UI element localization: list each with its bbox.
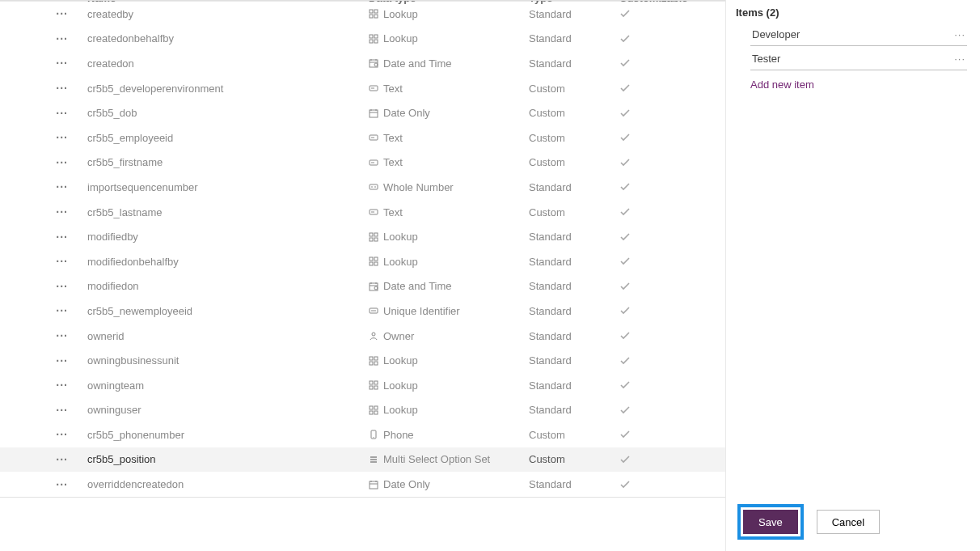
field-datatype: Owner (369, 330, 529, 342)
row-actions-menu[interactable]: ··· (56, 256, 68, 267)
field-type: Standard (529, 330, 619, 342)
field-row[interactable]: ···cr5b5_employeeidTextCustom (0, 125, 725, 150)
field-name: modifiedon (87, 280, 369, 292)
column-header-name[interactable]: Name (87, 0, 369, 4)
field-row[interactable]: ···cr5b5_dobDate OnlyCustom (0, 100, 725, 125)
row-actions-menu[interactable]: ··· (56, 157, 68, 168)
field-row[interactable]: ···createdonbehalfbyLookupStandard (0, 27, 725, 52)
field-row[interactable]: ···cr5b5_lastnameTextCustom (0, 200, 725, 225)
datetime-icon (369, 58, 378, 68)
lookup-icon (369, 380, 378, 390)
text-icon (369, 83, 378, 93)
column-header-customizable[interactable]: Customizable (619, 0, 708, 4)
field-customizable (619, 57, 708, 69)
field-row[interactable]: ···owningbusinessunitLookupStandard (0, 348, 725, 373)
cancel-button[interactable]: Cancel (817, 510, 880, 534)
field-customizable (619, 281, 708, 292)
lookup-icon (369, 356, 378, 366)
svg-rect-28 (370, 357, 373, 360)
multiselect-icon (369, 455, 378, 464)
row-actions-menu[interactable]: ··· (56, 206, 68, 218)
row-actions-menu[interactable]: ··· (56, 429, 68, 440)
check-icon (619, 206, 631, 218)
svg-rect-17 (374, 233, 378, 236)
field-row[interactable]: ···owninguserLookupStandard (0, 398, 725, 423)
field-datatype: Text (369, 156, 529, 168)
field-name: ownerid (87, 330, 369, 342)
row-actions-menu[interactable]: ··· (56, 181, 68, 193)
field-row[interactable]: ···cr5b5_phonenumberPhoneCustom (0, 422, 725, 447)
field-row[interactable]: ···cr5b5_positionMulti Select Option Set… (0, 447, 725, 473)
field-customizable (619, 206, 708, 218)
svg-rect-21 (374, 257, 378, 261)
svg-rect-16 (370, 233, 373, 236)
check-icon (619, 405, 631, 416)
svg-rect-5 (374, 35, 378, 38)
field-type: Standard (529, 478, 619, 490)
field-row[interactable]: ···owningteamLookupStandard (0, 373, 725, 398)
field-row[interactable]: ···modifiedbyLookupStandard (0, 224, 725, 249)
field-row[interactable]: ···importsequencenumberWhole NumberStand… (0, 175, 725, 200)
field-type: Custom (529, 206, 619, 218)
field-row[interactable]: ···cr5b5_newemployeeidUnique IdentifierS… (0, 299, 725, 324)
field-type: Custom (529, 429, 619, 441)
field-name: modifiedby (87, 231, 369, 243)
item-actions-menu[interactable]: ··· (954, 28, 965, 40)
save-button[interactable]: Save (743, 510, 798, 534)
field-datatype: Phone (369, 429, 529, 441)
check-icon (619, 108, 631, 119)
field-type: Standard (529, 57, 619, 70)
row-actions-menu[interactable]: ··· (56, 405, 68, 416)
row-actions-menu[interactable]: ··· (56, 355, 68, 367)
field-datatype: Lookup (369, 404, 529, 416)
row-actions-menu[interactable]: ··· (56, 454, 68, 465)
row-actions-menu[interactable]: ··· (56, 305, 68, 316)
row-actions-menu[interactable]: ··· (56, 231, 68, 243)
field-customizable (619, 405, 708, 416)
optionset-item[interactable]: Tester··· (750, 48, 967, 70)
svg-rect-18 (370, 238, 373, 241)
row-actions-menu[interactable]: ··· (56, 108, 68, 119)
field-name: cr5b5_phonenumber (87, 429, 369, 441)
field-datatype: Date Only (369, 107, 529, 119)
field-customizable (619, 379, 708, 391)
field-row[interactable]: ···cr5b5_firstnameTextCustom (0, 150, 725, 176)
field-name: cr5b5_dob (87, 107, 369, 119)
chevron-down-icon (120, 0, 129, 2)
check-icon (619, 256, 631, 267)
field-row[interactable]: ···createdonDate and TimeStandard (0, 51, 725, 76)
date-icon (369, 108, 378, 118)
field-type: Standard (529, 354, 619, 367)
row-actions-menu[interactable]: ··· (56, 379, 68, 391)
row-actions-menu[interactable]: ··· (56, 330, 68, 341)
column-header-type[interactable]: Type (529, 0, 619, 4)
field-row[interactable]: ···modifiedonbehalfbyLookupStandard (0, 249, 725, 274)
column-header-datatype[interactable]: Data type (369, 0, 529, 4)
row-actions-menu[interactable]: ··· (56, 281, 68, 292)
field-datatype: Text (369, 206, 529, 218)
field-row[interactable]: ···owneridOwnerStandard (0, 324, 725, 349)
field-customizable (619, 83, 708, 94)
row-actions-menu[interactable]: ··· (56, 132, 68, 143)
field-name: cr5b5_developerenvironment (87, 83, 369, 95)
chevron-down-icon (557, 0, 565, 2)
row-actions-menu[interactable]: ··· (56, 33, 68, 45)
field-customizable (619, 132, 708, 143)
field-name: createdonbehalfby (87, 32, 369, 45)
date-icon (369, 480, 378, 490)
field-row[interactable]: ···cr5b5_developerenvironmentTextCustom (0, 76, 725, 101)
field-customizable (619, 355, 708, 367)
svg-rect-29 (374, 357, 378, 360)
optionset-item[interactable]: Developer··· (750, 23, 967, 46)
fields-table: Name Data type Type Customizable ···crea… (0, 0, 725, 551)
check-icon (619, 83, 631, 94)
field-row[interactable]: ···overriddencreatedonDate OnlyStandard (0, 472, 725, 497)
field-customizable (619, 108, 708, 119)
row-actions-menu[interactable]: ··· (56, 83, 68, 94)
add-new-item-link[interactable]: Add new item (750, 78, 967, 91)
field-row[interactable]: ···modifiedonDate and TimeStandard (0, 274, 725, 299)
item-actions-menu[interactable]: ··· (954, 53, 965, 65)
row-actions-menu[interactable]: ··· (56, 57, 68, 69)
optionset-item-label: Developer (752, 28, 800, 40)
row-actions-menu[interactable]: ··· (56, 479, 68, 490)
